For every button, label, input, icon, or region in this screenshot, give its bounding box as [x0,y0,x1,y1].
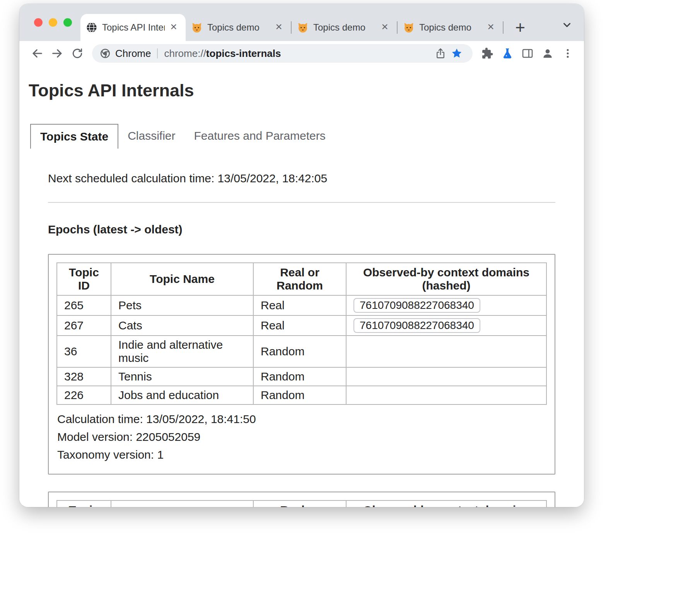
epoch-panel: Topic ID Topic Name Real or Random Obser… [48,254,555,475]
domain-hash-field[interactable]: 7610709088227068340 [353,318,480,333]
new-tab-button[interactable]: + [510,17,531,38]
cell-real-or-random: Random [253,386,346,404]
share-button[interactable] [432,45,449,62]
cell-topic-id: 328 [57,367,111,386]
tab-title: Topics demo [419,22,482,33]
divider [48,202,555,203]
page-content: Topics API Internals Topics State Classi… [19,66,584,507]
cell-topic-id: 36 [57,336,111,367]
cell-domains [346,386,546,404]
next-calculation-time: Next scheduled calculation time: 13/05/2… [48,172,555,185]
tab-search-chevron-icon[interactable] [560,18,574,32]
cell-topic-name: Indie and alternative music [111,336,253,367]
extensions-button[interactable] [477,43,497,63]
forward-button[interactable] [47,43,67,63]
browser-tabs: Topics API Intern × Topics demo × [80,14,531,41]
table-row: 36 Indie and alternative music Random [57,336,546,367]
column-header-topic-id: Topic ID [57,263,111,295]
epoch-panel: Topic ID Topic Name Real or Random Obser… [48,492,555,507]
column-header-topic-name: Topic Name [111,263,253,295]
site-label: Chrome [115,48,151,60]
cell-topic-name: Jobs and education [111,386,253,404]
minimize-window-button[interactable] [49,18,57,27]
column-header-real-or-random: Real or Random [253,263,346,295]
cell-domains [346,367,546,386]
tab-title: Topics demo [207,22,270,33]
cell-domains: 7610709088227068340 [346,295,546,315]
browser-tab-topics-demo-1[interactable]: Topics demo × [186,14,291,41]
taxonomy-version: Taxonomy version: 1 [57,448,547,461]
epoch-table: Topic ID Topic Name Real or Random Obser… [56,500,547,507]
cell-topic-id: 265 [57,295,111,315]
tab-features-and-parameters[interactable]: Features and Parameters [185,124,335,149]
cell-domains: 7610709088227068340 [346,315,546,336]
reload-button[interactable] [67,43,87,63]
chrome-logo-icon [100,48,111,59]
browser-tab-topics-demo-3[interactable]: Topics demo × [398,14,503,41]
page-tab-bar: Topics State Classifier Features and Par… [30,124,575,149]
back-button[interactable] [27,43,47,63]
column-header-real-or-random: Real or Random [253,500,346,507]
calculation-time: Calculation time: 13/05/2022, 18:41:50 [57,413,547,426]
tab-classifier[interactable]: Classifier [118,124,184,149]
tab-title: Topics demo [313,22,376,33]
tab-title: Topics API Intern [102,22,165,33]
epoch-meta: Calculation time: 13/05/2022, 18:41:50 M… [56,413,547,461]
menu-button[interactable] [558,43,578,63]
cell-real-or-random: Random [253,367,346,386]
cat-icon [403,22,415,33]
browser-window: Topics API Intern × Topics demo × [19,4,584,507]
close-tab-icon[interactable]: × [484,21,497,34]
cell-topic-name: Pets [111,295,253,315]
epochs-heading: Epochs (latest -> oldest) [48,223,555,236]
topics-state-panel: Next scheduled calculation time: 13/05/2… [48,172,555,507]
table-row: 267 Cats Real 7610709088227068340 [57,315,546,336]
cell-real-or-random: Real [253,315,346,336]
header-row: Topic ID Topic Name Real or Random Obser… [57,500,546,507]
cell-topic-id: 267 [57,315,111,336]
domain-hash-field[interactable]: 7610709088227068340 [353,298,480,313]
window-controls [34,18,72,27]
cell-real-or-random: Random [253,336,346,367]
column-header-observed-by: Observed-by context domains (hashed) [346,500,546,507]
table-row: 226 Jobs and education Random [57,386,546,404]
bookmark-star-button[interactable] [449,45,465,62]
cell-topic-name: Tennis [111,367,253,386]
close-tab-icon[interactable]: × [167,21,180,34]
zoom-window-button[interactable] [63,18,72,27]
url-scheme: chrome:// [164,48,206,60]
tab-separator [503,21,504,34]
tab-strip: Topics API Intern × Topics demo × [19,4,584,41]
column-header-topic-id: Topic ID [57,500,111,507]
profile-avatar-button[interactable] [538,43,558,63]
cell-domains [346,336,546,367]
tab-topics-state[interactable]: Topics State [30,124,118,149]
close-tab-icon[interactable]: × [378,21,391,34]
experiments-flask-button[interactable] [497,43,517,63]
table-row: 265 Pets Real 7610709088227068340 [57,295,546,315]
close-window-button[interactable] [34,18,43,27]
cat-icon [191,22,203,33]
column-header-topic-name: Topic Name [111,500,253,507]
page-title: Topics API Internals [29,81,575,101]
url-host: topics-internals [206,48,281,60]
model-version: Model version: 2205052059 [57,430,547,444]
browser-tab-topics-demo-2[interactable]: Topics demo × [292,14,397,41]
close-tab-icon[interactable]: × [272,21,285,34]
cat-icon [297,22,309,33]
cell-topic-name: Cats [111,315,253,336]
side-panel-button[interactable] [517,43,538,63]
epoch-table: Topic ID Topic Name Real or Random Obser… [56,262,547,405]
cell-topic-id: 226 [57,386,111,404]
table-row: 328 Tennis Random [57,367,546,386]
omnibox-divider [157,48,158,58]
cell-real-or-random: Real [253,295,346,315]
column-header-observed-by: Observed-by context domains (hashed) [346,263,546,295]
address-bar[interactable]: Chrome chrome://topics-internals [92,44,473,63]
browser-tab-topics-internals[interactable]: Topics API Intern × [80,14,186,41]
header-row: Topic ID Topic Name Real or Random Obser… [57,263,546,295]
internals-globe-icon [86,22,97,33]
browser-toolbar: Chrome chrome://topics-internals [19,41,584,66]
